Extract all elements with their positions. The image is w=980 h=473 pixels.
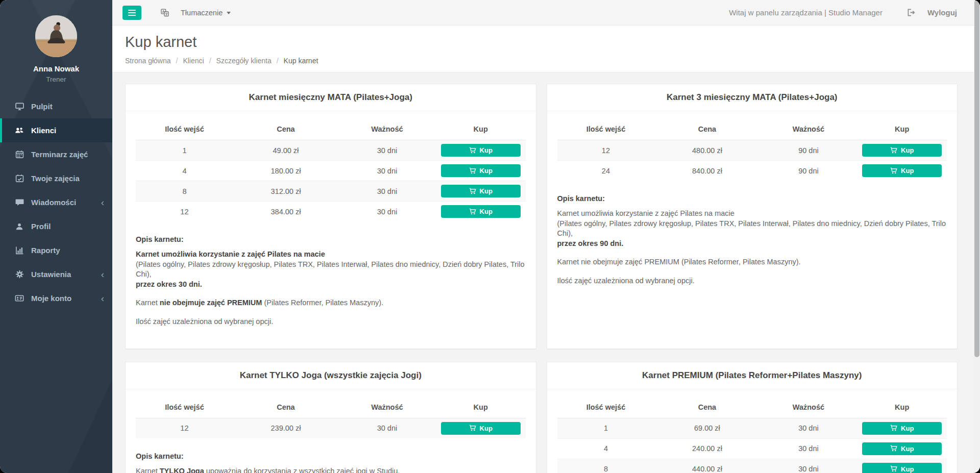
card-body: Ilość wejśćCenaWażnośćKup149.00 zł30 dni… [126, 111, 536, 348]
validity-cell: 30 dni [760, 418, 857, 438]
description-text: Ilość zajęć uzależniona od wybranej opcj… [136, 317, 273, 326]
scrollbar-thumb[interactable] [974, 0, 979, 357]
id-card-icon [14, 294, 24, 303]
buy-button[interactable]: Kup [862, 144, 942, 157]
app-window: Anna Nowak Trener PulpitKlienciTerminarz… [0, 0, 980, 473]
card-title: Karnet 3 miesięczny MATA (Pilates+Joga) [557, 92, 947, 103]
validity-cell: 90 dni [760, 140, 857, 161]
column-header: Ilość wejść [136, 118, 233, 140]
sidebar-item-label: Ustawienia [31, 270, 71, 279]
price-cell: 239.00 zł [233, 418, 338, 438]
sidebar-item-label: Klienci [31, 126, 56, 135]
card-body: Ilość wejśćCenaWażnośćKup12239.00 zł30 d… [126, 389, 536, 473]
buy-button[interactable]: Kup [441, 185, 521, 197]
chevron-left-icon: ‹ [101, 293, 104, 303]
buy-button[interactable]: Kup [862, 422, 942, 435]
table-header-row: Ilość wejśćCenaWażnośćKup [136, 396, 526, 418]
column-header: Ilość wejść [557, 118, 655, 140]
price-cell: 240.00 zł [654, 438, 760, 459]
sidebar-item-twoje-zajecia[interactable]: Twoje zajęcia [0, 166, 112, 190]
buy-button[interactable]: Kup [862, 463, 942, 473]
sidebar-item-ustawienia[interactable]: Ustawienia‹ [0, 262, 112, 286]
pass-card: Karnet miesięczny MATA (Pilates+Joga)Ilo… [125, 84, 536, 349]
sidebar-toggle-button[interactable] [122, 6, 141, 20]
buy-cell: Kup [436, 181, 526, 202]
buy-cell: Kup [857, 459, 947, 473]
buy-button[interactable]: Kup [441, 144, 521, 157]
content-header: Kup karnet Strona główna/Klienci/Szczegó… [112, 26, 980, 72]
page-title: Kup karnet [125, 34, 967, 51]
table-header-row: Ilość wejśćCenaWażnośćKup [136, 118, 526, 140]
price-cell: 840.00 zł [654, 161, 760, 181]
main-area: Tłumaczenie Witaj w panelu zarządzania |… [112, 0, 980, 473]
cart-icon [890, 465, 897, 472]
price-cell: 49.00 zł [233, 140, 338, 161]
price-cell: 312.00 zł [233, 181, 338, 202]
sidebar-item-raporty[interactable]: Raporty [0, 238, 112, 262]
topbar-right: Witaj w panelu zarządzania | Studio Mana… [729, 8, 957, 17]
translate-label: Tłumaczenie [181, 9, 223, 17]
buy-button-label: Kup [480, 187, 493, 195]
buy-cell: Kup [436, 140, 526, 161]
buy-button[interactable]: Kup [862, 442, 942, 455]
cart-icon [469, 147, 476, 154]
translate-dropdown[interactable]: Tłumaczenie [160, 9, 231, 17]
buy-button[interactable]: Kup [441, 164, 521, 177]
card-header: Karnet TYLKO Joga (wszystkie zajęcia Jog… [126, 362, 536, 389]
column-header: Kup [436, 396, 526, 418]
sidebar-item-wiadomosci[interactable]: Wiadomości‹ [0, 190, 112, 214]
column-header: Kup [857, 396, 947, 418]
buy-button[interactable]: Kup [441, 422, 521, 435]
breadcrumb-item[interactable]: Strona główna [125, 57, 171, 65]
sidebar-item-klienci[interactable]: Klienci [0, 118, 112, 142]
validity-cell: 30 dni [760, 459, 857, 473]
breadcrumb-item[interactable]: Szczegóły klienta [216, 57, 272, 65]
cart-icon [890, 167, 897, 175]
scrollbar[interactable] [974, 0, 980, 473]
cart-icon [469, 425, 476, 432]
description-paragraph: Karnet umożliwia korzystanie z zajęć Pil… [557, 209, 947, 248]
description-paragraph: Karnet nie obejmuje zajęć PREMIUM (Pilat… [136, 298, 526, 308]
cart-icon [890, 147, 897, 154]
entries-cell: 1 [136, 140, 233, 161]
users-icon [14, 126, 24, 135]
entries-cell: 12 [136, 202, 233, 222]
card-title: Karnet PREMIUM (Pilates Reformer+Pilates… [557, 370, 947, 381]
sidebar-item-terminarz-zajec[interactable]: Terminarz zajęć [0, 142, 112, 166]
sidebar-item-moje-konto[interactable]: Moje konto‹ [0, 286, 112, 310]
description-paragraph: Ilość zajęć uzależniona od wybranej opcj… [557, 276, 947, 286]
chevron-left-icon: ‹ [101, 269, 104, 279]
logout-link[interactable]: Wyloguj [906, 8, 957, 17]
column-header: Cena [654, 118, 760, 140]
column-header: Ważność [760, 396, 857, 418]
description-text-bold: Karnet umożliwia korzystanie z zajęć Pil… [136, 250, 325, 258]
breadcrumb-item: Kup karnet [284, 57, 318, 65]
column-header: Ilość wejść [557, 396, 655, 418]
buy-cell: Kup [857, 161, 947, 181]
entries-cell: 1 [557, 418, 655, 438]
sidebar-item-label: Profil [31, 222, 51, 231]
sidebar-item-profil[interactable]: Profil [0, 214, 112, 238]
column-header: Cena [654, 396, 760, 418]
table-header-row: Ilość wejśćCenaWażnośćKup [557, 118, 947, 140]
description-text: (Pilates ogólny, Pilates zdrowy kręgosłu… [136, 260, 525, 278]
price-cell: 480.00 zł [654, 140, 760, 161]
sidebar-item-pulpit[interactable]: Pulpit [0, 94, 112, 118]
entries-cell: 24 [557, 161, 655, 181]
buy-button-label: Kup [901, 445, 914, 453]
breadcrumb-separator: / [277, 57, 279, 65]
content: Karnet miesięczny MATA (Pilates+Joga)Ilo… [112, 72, 980, 473]
description-text-bold: przez okres 30 dni. [136, 280, 202, 288]
validity-cell: 30 dni [338, 181, 436, 202]
price-cell: 180.00 zł [233, 161, 338, 181]
buy-button[interactable]: Kup [862, 164, 942, 177]
table-row: 12480.00 zł90 dniKup [557, 140, 947, 161]
breadcrumb-item[interactable]: Klienci [183, 57, 204, 65]
card-title: Karnet TYLKO Joga (wszystkie zajęcia Jog… [136, 370, 526, 381]
price-cell: 384.00 zł [233, 202, 338, 222]
buy-button[interactable]: Kup [441, 205, 521, 218]
validity-cell: 30 dni [338, 202, 436, 222]
pass-card: Karnet 3 miesięczny MATA (Pilates+Joga)I… [547, 84, 958, 349]
table-header-row: Ilość wejśćCenaWażnośćKup [557, 396, 947, 418]
card-description: Opis karnetu:Karnet umożliwia korzystani… [136, 235, 526, 327]
